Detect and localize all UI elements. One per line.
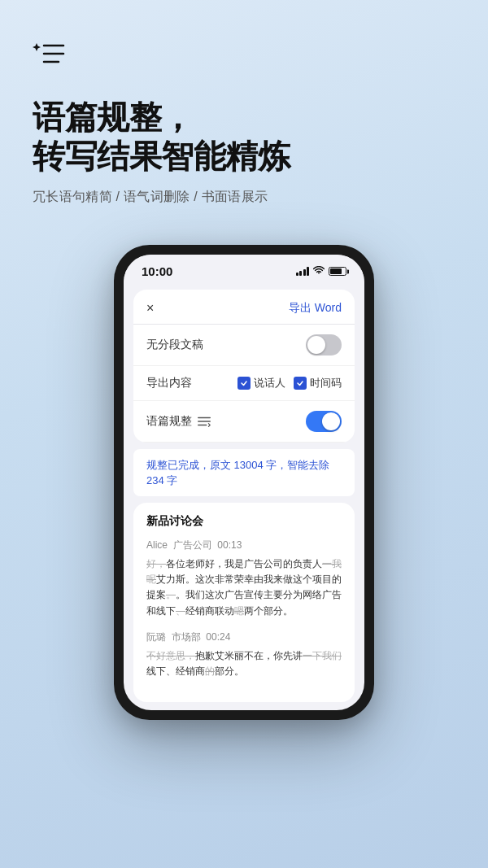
logo-icon <box>33 39 455 75</box>
main-title: 语篇规整， 转写结果智能精炼 <box>33 98 455 176</box>
discourse-label-row: 语篇规整 <box>146 414 211 429</box>
phone-container: 10:00 <box>0 245 488 752</box>
status-icons <box>296 266 347 277</box>
no-paragraph-row: 无分段文稿 <box>133 325 355 366</box>
checkboxes-group: 说话人 时间码 <box>237 376 342 390</box>
speaker-checkbox[interactable]: 说话人 <box>237 376 285 390</box>
no-paragraph-label: 无分段文稿 <box>146 338 203 352</box>
timecode-checkbox-box <box>294 377 307 390</box>
transcript-area: 新品讨论会 Alice 广告公司 00:13 好，各位老师好，我是广告公司的负责… <box>133 503 355 702</box>
subtitle: 冗长语句精简 / 语气词删除 / 书面语展示 <box>33 189 455 206</box>
timecode-checkbox[interactable]: 时间码 <box>294 376 342 390</box>
battery-icon <box>329 267 346 276</box>
strikethrough-text: 、 <box>176 605 185 617</box>
speaker-block-ruan: 阮璐 市场部 00:24 不好意思，抱歉艾米丽不在，你先讲一下我们线下、经销商的… <box>146 630 342 679</box>
modal-header: × 导出 Word <box>133 290 355 325</box>
discourse-label: 语篇规整 <box>146 414 192 429</box>
transcript-title: 新品讨论会 <box>146 514 342 529</box>
strikethrough-text: 一下我们 <box>303 650 342 661</box>
export-content-row: 导出内容 说话人 <box>133 366 355 401</box>
close-button[interactable]: × <box>146 301 154 316</box>
status-bar: 10:00 <box>124 255 364 283</box>
speaker-checkbox-box <box>237 377 251 390</box>
transcript-text-ruan: 不好意思，抱歉艾米丽不在，你先讲一下我们线下、经销商的部分。 <box>146 648 342 679</box>
strikethrough-text: 嗯 <box>234 605 244 617</box>
speaker-block-alice: Alice 广告公司 00:13 好，各位老师好，我是广告公司的负责人一我呢艾力… <box>146 539 342 619</box>
discourse-row: 语篇规整 <box>133 401 355 443</box>
modal-card: × 导出 Word 无分段文稿 导出内容 <box>133 290 355 443</box>
timecode-label: 时间码 <box>310 376 342 390</box>
strikethrough-text: 。 <box>166 589 176 600</box>
speaker-info-ruan: 阮璐 市场部 00:24 <box>146 630 342 644</box>
no-paragraph-toggle[interactable] <box>306 334 342 355</box>
strikethrough-text: 好， <box>146 558 166 569</box>
transcript-text-alice: 好，各位老师好，我是广告公司的负责人一我呢艾力斯。这次非常荣幸由我来做这个项目的… <box>146 556 342 619</box>
discourse-toggle[interactable] <box>306 411 342 432</box>
strikethrough-text: 一我呢 <box>146 558 342 585</box>
phone-screen: 10:00 <box>124 255 364 710</box>
speaker-info-alice: Alice 广告公司 00:13 <box>146 539 342 552</box>
info-text: 规整已完成，原文 13004 字，智能去除 234 字 <box>146 459 329 486</box>
signal-icon <box>296 267 310 276</box>
strikethrough-text: 的 <box>205 665 215 677</box>
export-content-label: 导出内容 <box>146 376 192 390</box>
discourse-icon <box>197 416 211 427</box>
status-time: 10:00 <box>142 264 172 278</box>
top-section: 语篇规整， 转写结果智能精炼 冗长语句精简 / 语气词删除 / 书面语展示 <box>0 0 488 206</box>
speaker-label: 说话人 <box>254 376 285 390</box>
export-word-button[interactable]: 导出 Word <box>289 301 342 316</box>
phone-frame: 10:00 <box>114 245 374 720</box>
wifi-icon <box>313 266 325 277</box>
info-banner: 规整已完成，原文 13004 字，智能去除 234 字 <box>133 449 355 496</box>
strikethrough-text: 不好意思， <box>146 650 195 661</box>
